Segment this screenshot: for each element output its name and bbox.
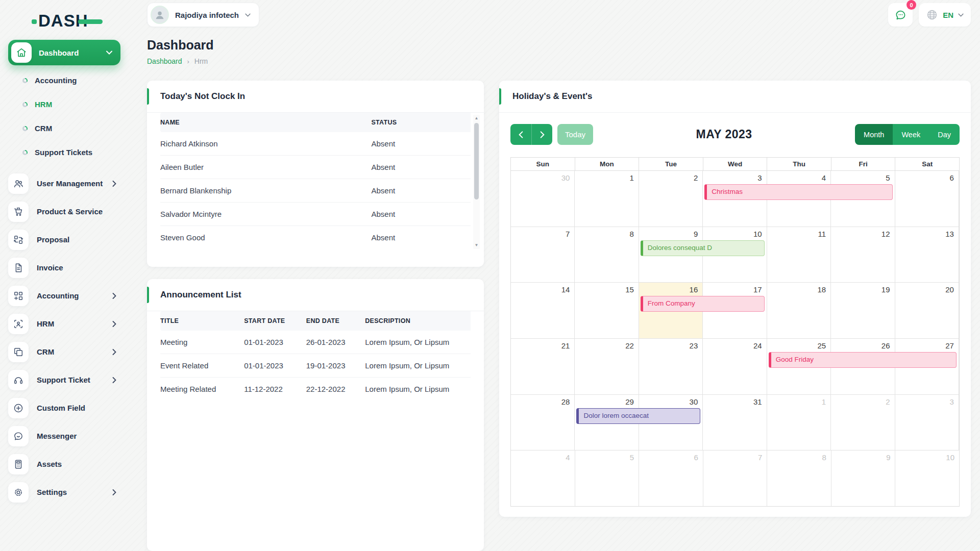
sidebar-item-invoice[interactable]: Invoice [8, 254, 124, 282]
calendar-day-cell[interactable]: 24 [703, 339, 767, 394]
calendar-day-cell[interactable]: 11 [767, 227, 831, 283]
card-title: Announcement List [160, 290, 241, 299]
sidebar-item-custom-field[interactable]: Custom Field [8, 394, 124, 422]
calendar-week: 45678910 [511, 450, 959, 506]
calendar-day-cell[interactable]: 23 [639, 339, 703, 394]
sidebar-item-accounting-dash[interactable]: Accounting [8, 68, 124, 92]
calendar-event[interactable]: Christmas [704, 184, 892, 200]
sidebar-item-accounting[interactable]: Accounting [8, 282, 124, 310]
calendar-event[interactable]: Dolores consequat D [641, 240, 765, 256]
breadcrumb-dashboard[interactable]: Dashboard [147, 57, 182, 65]
scroll-down-icon[interactable]: ▼ [475, 242, 479, 249]
table-row: Richard AtkinsonAbsent [160, 132, 471, 156]
view-month-button[interactable]: Month [855, 124, 893, 145]
messages-button[interactable]: 0 [888, 3, 913, 27]
sidebar-item-settings[interactable]: Settings [8, 478, 124, 506]
calendar-day-cell[interactable]: 9 [831, 450, 896, 506]
card-header: Holiday's & Event's [499, 81, 971, 113]
sidebar-item-proposal[interactable]: Proposal [8, 226, 124, 254]
sidebar-item-label: Accounting [35, 76, 77, 85]
calendar-day-cell[interactable]: 3 [895, 395, 959, 450]
calendar-day-cell[interactable]: 4 [511, 450, 575, 506]
calendar-day-cell[interactable]: 19 [831, 283, 895, 338]
scroll-thumb[interactable] [474, 123, 479, 199]
calendar-event[interactable]: Good Friday [769, 352, 957, 368]
sidebar-item-label: Accounting [37, 291, 104, 300]
sidebar-item-label: HRM [37, 319, 104, 328]
calendar-event[interactable]: Dolor lorem occaecat [576, 408, 700, 424]
calendar-day-cell[interactable]: 28 [511, 395, 575, 450]
table-header-row: NAMESTATUS [160, 113, 471, 132]
table-row: Event Related01-01-202319-01-2023Lorem I… [160, 354, 471, 378]
next-month-button[interactable] [531, 124, 552, 145]
topbar-actions: 0 EN [888, 3, 971, 27]
announcement-card: Announcement List TITLESTART DATEEND DAT… [147, 279, 484, 551]
announcement-table: TITLESTART DATEEND DATEDESCRIPTIONMeetin… [160, 311, 471, 400]
table-cell: Absent [371, 132, 471, 156]
table-scrollbar[interactable]: ▲ ▼ [473, 115, 480, 249]
table-cell: Absent [371, 179, 471, 203]
sidebar-item-label: Invoice [37, 263, 116, 272]
calendar-week: 28293031123Dolor lorem occaecat [511, 395, 959, 451]
calendar-day-cell[interactable]: 5 [575, 450, 640, 506]
calendar-day-cell[interactable]: 12 [831, 227, 895, 283]
breadcrumb-separator: › [187, 58, 189, 65]
logo-dot [32, 19, 37, 24]
calendar-day-cell[interactable]: 6 [895, 171, 959, 227]
calendar-day-cell[interactable]: 10 [895, 450, 959, 506]
chat-icon [8, 426, 29, 446]
sidebar-item-support-ticket[interactable]: Support Ticket [8, 366, 124, 394]
calendar-day-cell[interactable]: 15 [575, 283, 639, 338]
calendar-day-cell[interactable]: 21 [511, 339, 575, 394]
sidebar-item-dashboard[interactable]: Dashboard [8, 40, 120, 65]
calendar-day-cell[interactable]: 22 [575, 339, 639, 394]
calendar-day-cell[interactable]: 7 [703, 450, 768, 506]
calendar-day-cell[interactable]: 2 [831, 395, 895, 450]
chevron-right-icon [112, 293, 116, 299]
calendar-day-cell[interactable]: 7 [511, 227, 575, 283]
chevron-down-icon [958, 13, 964, 17]
sidebar-item-messenger[interactable]: Messenger [8, 422, 124, 450]
prev-month-button[interactable] [510, 124, 531, 145]
holidays-events-card: Holiday's & Event's Today MAY 202 [499, 81, 971, 517]
calendar-day-cell[interactable]: 14 [511, 283, 575, 338]
sidebar-item-label: Support Ticket [37, 375, 104, 384]
calendar-nav-group [510, 124, 552, 145]
sidebar-item-label: Custom Field [37, 404, 116, 412]
sidebar-item-hrm-dash[interactable]: HRM [8, 92, 124, 116]
table-cell: Lorem Ipsum, Or Lipsum [365, 331, 471, 354]
sidebar-item-assets[interactable]: Assets [8, 450, 124, 478]
calendar-day-cell[interactable]: 8 [575, 227, 639, 283]
calendar-day-cell[interactable]: 1 [575, 171, 639, 227]
column-header: NAME [160, 113, 371, 132]
calendar-day-cell[interactable]: 1 [767, 395, 831, 450]
sidebar-item-user-management[interactable]: User Management [8, 169, 124, 197]
calendar-day-cell[interactable]: 30 [511, 171, 575, 227]
day-header: Mon [575, 158, 640, 170]
table-cell: Aileen Butler [160, 156, 371, 179]
sidebar-item-crm[interactable]: CRM [8, 338, 124, 366]
view-week-button[interactable]: Week [893, 124, 929, 145]
scroll-up-icon[interactable]: ▲ [475, 115, 479, 122]
table-cell: Meeting Related [160, 378, 244, 401]
column-header: END DATE [306, 311, 365, 331]
sidebar-item-support-tickets-dash[interactable]: Support Tickets [8, 140, 124, 164]
sidebar-item-product-service[interactable]: Product & Service [8, 197, 124, 226]
language-selector[interactable]: EN [919, 3, 971, 27]
view-day-button[interactable]: Day [929, 124, 960, 145]
bullet-icon [22, 150, 28, 155]
sidebar-item-hrm[interactable]: HRM [8, 310, 124, 338]
today-button[interactable]: Today [557, 124, 593, 145]
calendar-day-cell[interactable]: 6 [639, 450, 703, 506]
calendar-view-switcher: MonthWeekDay [855, 124, 960, 145]
sidebar-item-crm-dash[interactable]: CRM [8, 116, 124, 140]
calendar-day-cell[interactable]: 31 [703, 395, 767, 450]
calendar-day-cell[interactable]: 18 [767, 283, 831, 338]
company-selector[interactable]: Rajodiya infotech [147, 3, 259, 27]
calendar-day-cell[interactable]: 13 [895, 227, 959, 283]
calendar-event[interactable]: From Company [641, 296, 765, 312]
calendar-day-cell[interactable]: 2 [639, 171, 703, 227]
calendar-day-cell[interactable]: 20 [895, 283, 959, 338]
main-content: Rajodiya infotech 0 [129, 0, 980, 551]
calendar-day-cell[interactable]: 8 [767, 450, 831, 506]
